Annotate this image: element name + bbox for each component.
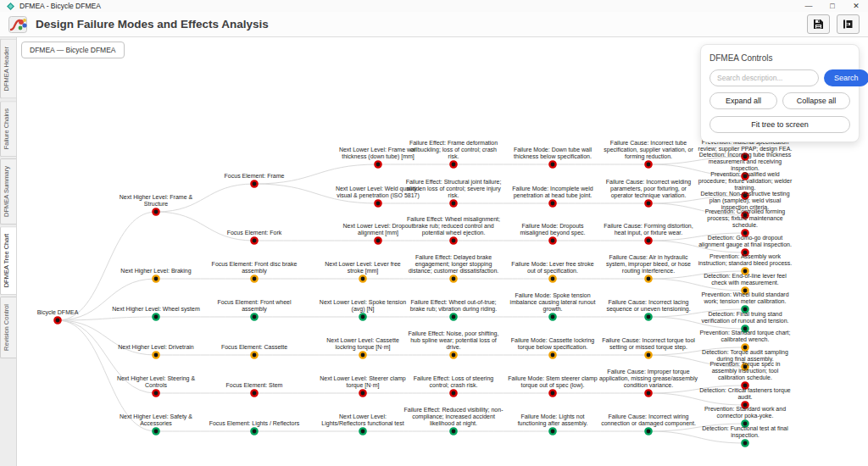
breadcrumb: DFMEA — Bicycle DFMEA <box>21 42 125 58</box>
tree-link <box>648 203 745 215</box>
tree-node-dot[interactable] <box>742 192 748 198</box>
tree-node-dot[interactable] <box>450 237 456 243</box>
tree-node-dot[interactable] <box>549 428 555 434</box>
tree-node-dot[interactable] <box>549 200 555 206</box>
tab-failure-chains[interactable]: Failure Chains <box>0 101 16 157</box>
app-header: Design Failure Modes and Effects Analysi… <box>0 12 868 37</box>
tree-node-dot[interactable] <box>645 428 651 434</box>
tree-node-dot[interactable] <box>450 275 456 281</box>
tree-node-dot[interactable] <box>359 352 365 358</box>
tree-node-dot[interactable] <box>645 237 651 243</box>
tab-dfmea-tree-chart[interactable]: DFMEA Tree Chart <box>0 226 16 295</box>
expand-all-button[interactable]: Expand all <box>709 92 777 109</box>
tree-node-dot[interactable] <box>153 208 159 214</box>
save-button[interactable] <box>807 14 830 34</box>
tree-node-dot[interactable] <box>549 390 555 396</box>
tree-link <box>648 233 745 241</box>
tree-node-dot[interactable] <box>153 390 159 396</box>
tab-dfmea-header[interactable]: DFMEA Header <box>0 39 16 99</box>
search-button[interactable]: Search <box>824 69 868 86</box>
collapse-all-button[interactable]: Collapse all <box>782 92 850 109</box>
tree-node-dot[interactable] <box>742 249 748 255</box>
tree-node-dot[interactable] <box>375 200 381 206</box>
tree-node-dot[interactable] <box>742 440 748 446</box>
tree-node-dot[interactable] <box>645 200 651 206</box>
tree-link <box>254 184 378 203</box>
tree-link <box>648 393 745 405</box>
tree-node-dot[interactable] <box>549 352 555 358</box>
dfmea-app-window: DFMEA - Bicycle DFMEA — □ ✕ Design Failu… <box>0 0 868 466</box>
close-button[interactable]: ✕ <box>844 0 868 12</box>
tree-node-dot[interactable] <box>742 306 748 312</box>
tree-node-dot[interactable] <box>153 428 159 434</box>
tree-node-dot[interactable] <box>742 268 748 274</box>
tree-node-dot[interactable] <box>251 352 257 358</box>
tree-link <box>58 320 156 355</box>
tree-node-dot[interactable] <box>251 275 257 281</box>
tree-node-dot[interactable] <box>742 382 748 388</box>
tree-node-dot[interactable] <box>742 173 748 179</box>
tree-node-dot[interactable] <box>742 287 748 293</box>
tree-node-dot[interactable] <box>251 180 257 186</box>
tree-link <box>58 279 156 320</box>
tree-node-dot[interactable] <box>359 428 365 434</box>
tree-node-dot[interactable] <box>375 161 381 167</box>
window-title: DFMEA - Bicycle DFMEA <box>19 2 101 10</box>
tree-link <box>648 347 745 355</box>
tree-node-dot[interactable] <box>375 237 381 243</box>
tree-node-dot[interactable] <box>742 230 748 236</box>
tree-node-dot[interactable] <box>251 313 257 319</box>
tree-node-dot[interactable] <box>359 313 365 319</box>
tree-node-dot[interactable] <box>742 153 748 159</box>
tree-node-dot[interactable] <box>251 428 257 434</box>
tree-node-dot[interactable] <box>450 313 456 319</box>
tree-node-dot[interactable] <box>153 352 159 358</box>
tree-link <box>648 317 745 329</box>
tree-node-dot[interactable] <box>645 313 651 319</box>
tree-link <box>648 386 745 393</box>
tree-node-dot[interactable] <box>359 275 365 281</box>
tree-node-dot[interactable] <box>153 313 159 319</box>
tree-node-dot[interactable] <box>549 237 555 243</box>
tree-link <box>648 309 745 317</box>
tree-node-dot[interactable] <box>645 275 651 281</box>
tree-node-dot[interactable] <box>645 390 651 396</box>
tree-node-dot[interactable] <box>251 390 257 396</box>
tree-node-dot[interactable] <box>549 275 555 281</box>
tab-dfmea-summary[interactable]: DFMEA Summary <box>0 158 16 225</box>
tree-node-dot[interactable] <box>549 161 555 167</box>
tree-node-dot[interactable] <box>742 325 748 331</box>
tree-link <box>648 431 745 443</box>
tree-node-dot[interactable] <box>645 352 651 358</box>
tree-node-dot[interactable] <box>742 402 748 408</box>
tree-node-dot[interactable] <box>450 161 456 167</box>
tree-link <box>648 355 745 367</box>
settings-icon <box>843 19 854 30</box>
tree-node-dot[interactable] <box>450 390 456 396</box>
tree-link <box>58 212 156 320</box>
tree-node-dot[interactable] <box>450 428 456 434</box>
tree-link <box>156 184 254 212</box>
tree-node-dot[interactable] <box>450 200 456 206</box>
tree-node-dot[interactable] <box>359 390 365 396</box>
view-tab-strip: DFMEA Header Failure Chains DFMEA Summar… <box>0 37 17 466</box>
minimize-button[interactable]: — <box>797 0 821 12</box>
tree-node-dot[interactable] <box>742 420 748 426</box>
tree-node-dot[interactable] <box>549 313 555 319</box>
tree-node-dot[interactable] <box>742 212 748 218</box>
fit-tree-button[interactable]: Fit tree to screen <box>709 116 850 133</box>
search-input[interactable] <box>709 69 819 86</box>
settings-button[interactable] <box>837 14 860 34</box>
tree-node-dot[interactable] <box>251 237 257 243</box>
tree-link <box>648 157 745 164</box>
tree-node-dot[interactable] <box>645 161 651 167</box>
tree-link <box>648 424 745 431</box>
tree-node-dot[interactable] <box>54 317 60 323</box>
tree-node-dot[interactable] <box>450 352 456 358</box>
tree-node-dot[interactable] <box>153 275 159 281</box>
tab-revision-control[interactable]: Revision Control <box>0 297 16 358</box>
tree-link <box>58 320 156 393</box>
maximize-button[interactable]: □ <box>821 0 844 12</box>
tree-node-dot[interactable] <box>742 344 748 350</box>
tree-node-dot[interactable] <box>742 363 748 369</box>
